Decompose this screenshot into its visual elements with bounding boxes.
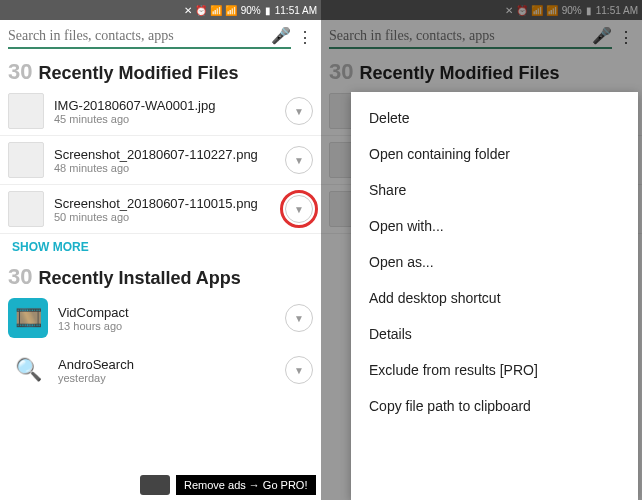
file-time: 48 minutes ago (54, 162, 275, 174)
app-row[interactable]: 🔍 AndroSearch yesterday ▼ (0, 344, 321, 396)
search-input[interactable] (329, 28, 592, 44)
phone-screen-right: ✕ ⏰ 📶 📶 90% ▮ 11:51 AM 🎤 ⋮ 30 Recently M… (321, 0, 642, 500)
phone-screen-left: ✕ ⏰ 📶 📶 90% ▮ 11:51 AM 🎤 ⋮ 30 Recently M… (0, 0, 321, 500)
status-icons: ✕ ⏰ 📶 📶 (184, 5, 236, 16)
expand-button[interactable]: ▼ (285, 97, 313, 125)
file-info: Screenshot_20180607-110227.png 48 minute… (54, 147, 275, 174)
app-info: VidCompact 13 hours ago (58, 305, 275, 332)
mic-icon[interactable]: 🎤 (271, 26, 291, 45)
file-thumbnail (8, 93, 44, 129)
menu-item-details[interactable]: Details (351, 316, 638, 352)
clock: 11:51 AM (596, 5, 638, 16)
file-row[interactable]: IMG-20180607-WA0001.jpg 45 minutes ago ▼ (0, 87, 321, 136)
app-time: 13 hours ago (58, 320, 275, 332)
app-icon-androsearch: 🔍 (8, 350, 48, 390)
search-bar: 🎤 ⋮ (321, 20, 642, 55)
ad-text[interactable]: Remove ads → Go PRO! (176, 475, 316, 495)
expand-button[interactable]: ▼ (285, 304, 313, 332)
section-title: Recently Modified Files (359, 63, 559, 84)
clock: 11:51 AM (275, 5, 317, 16)
app-time: yesterday (58, 372, 275, 384)
search-input-wrap[interactable]: 🎤 (8, 26, 291, 49)
app-row[interactable]: 🎞️ VidCompact 13 hours ago ▼ (0, 292, 321, 344)
ad-banner: Remove ads → Go PRO! (0, 470, 321, 500)
more-icon[interactable]: ⋮ (618, 28, 634, 47)
search-input[interactable] (8, 28, 271, 44)
file-info: Screenshot_20180607-110015.png 50 minute… (54, 196, 275, 223)
battery-percent: 90% (562, 5, 582, 16)
show-more-button[interactable]: SHOW MORE (0, 234, 321, 260)
section-title: Recently Installed Apps (38, 268, 240, 289)
expand-button[interactable]: ▼ (285, 356, 313, 384)
section-count: 30 (8, 264, 32, 290)
file-time: 45 minutes ago (54, 113, 275, 125)
menu-item-open-with[interactable]: Open with... (351, 208, 638, 244)
status-bar: ✕ ⏰ 📶 📶 90% ▮ 11:51 AM (0, 0, 321, 20)
keyboard-icon[interactable] (140, 475, 170, 495)
search-input-wrap[interactable]: 🎤 (329, 26, 612, 49)
app-icon-vidcompact: 🎞️ (8, 298, 48, 338)
file-name: IMG-20180607-WA0001.jpg (54, 98, 275, 113)
menu-item-open-as[interactable]: Open as... (351, 244, 638, 280)
status-icons: ✕ ⏰ 📶 📶 (505, 5, 557, 16)
file-thumbnail (8, 142, 44, 178)
section-header-apps: 30 Recently Installed Apps (0, 260, 321, 292)
expand-button[interactable]: ▼ (285, 146, 313, 174)
section-title: Recently Modified Files (38, 63, 238, 84)
app-info: AndroSearch yesterday (58, 357, 275, 384)
context-menu: Delete Open containing folder Share Open… (351, 92, 638, 500)
battery-icon: ▮ (586, 5, 592, 16)
file-name: Screenshot_20180607-110015.png (54, 196, 275, 211)
section-header-files: 30 Recently Modified Files (321, 55, 642, 87)
menu-item-desktop-shortcut[interactable]: Add desktop shortcut (351, 280, 638, 316)
file-row[interactable]: Screenshot_20180607-110015.png 50 minute… (0, 185, 321, 234)
section-count: 30 (329, 59, 353, 85)
section-header-files: 30 Recently Modified Files (0, 55, 321, 87)
file-time: 50 minutes ago (54, 211, 275, 223)
menu-item-open-folder[interactable]: Open containing folder (351, 136, 638, 172)
file-info: IMG-20180607-WA0001.jpg 45 minutes ago (54, 98, 275, 125)
menu-item-copy-path[interactable]: Copy file path to clipboard (351, 388, 638, 424)
file-thumbnail (8, 191, 44, 227)
app-name: VidCompact (58, 305, 275, 320)
battery-percent: 90% (241, 5, 261, 16)
battery-icon: ▮ (265, 5, 271, 16)
search-bar: 🎤 ⋮ (0, 20, 321, 55)
app-name: AndroSearch (58, 357, 275, 372)
menu-item-share[interactable]: Share (351, 172, 638, 208)
more-icon[interactable]: ⋮ (297, 28, 313, 47)
file-name: Screenshot_20180607-110227.png (54, 147, 275, 162)
mic-icon[interactable]: 🎤 (592, 26, 612, 45)
section-count: 30 (8, 59, 32, 85)
menu-item-delete[interactable]: Delete (351, 100, 638, 136)
menu-item-exclude-pro[interactable]: Exclude from results [PRO] (351, 352, 638, 388)
file-row[interactable]: Screenshot_20180607-110227.png 48 minute… (0, 136, 321, 185)
status-bar: ✕ ⏰ 📶 📶 90% ▮ 11:51 AM (321, 0, 642, 20)
expand-button-highlighted[interactable]: ▼ (285, 195, 313, 223)
